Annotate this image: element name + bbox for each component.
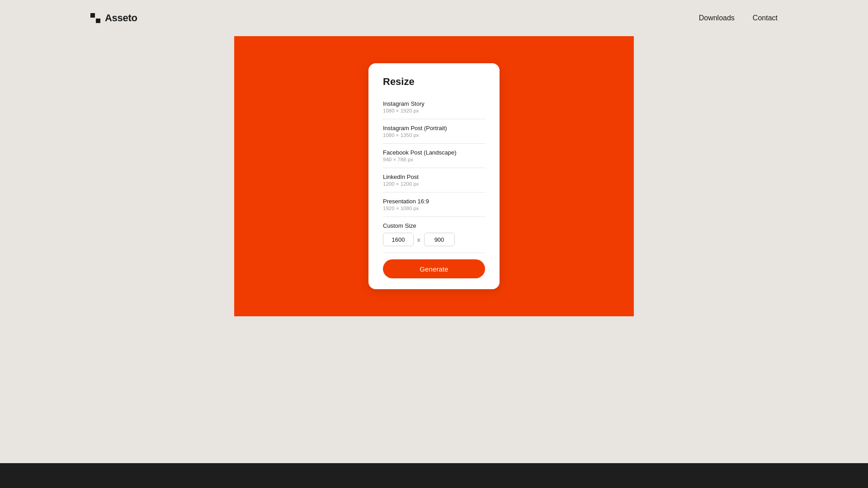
custom-size-section: Custom Size x — [383, 217, 485, 250]
option-dims-5: 868 × 488 px — [383, 206, 485, 211]
option-name-5: Presentation 16:9 — [383, 198, 485, 205]
logo-sq-4 — [96, 19, 100, 23]
logo-sq-1 — [90, 13, 95, 18]
nav: Downloads Contact — [699, 14, 778, 22]
resize-options-list: Instagram Story 488 × 868 px Instagram… — [383, 95, 485, 250]
option-name-4: LinkedIn Post — [383, 174, 485, 180]
custom-size-inputs: x — [383, 233, 485, 246]
option-instagram-portrait[interactable]: Instagram Post (Portrait) 1080 × 1350 px — [383, 119, 485, 144]
footer — [0, 463, 868, 488]
option-dims-4: 1200 × 1200 px — [383, 181, 485, 187]
option-linkedin-post[interactable]: LinkedIn Post 1200 × 1200 px — [383, 168, 485, 192]
custom-size-label: Custom Size — [383, 222, 485, 229]
custom-width-input[interactable] — [383, 233, 414, 246]
logo[interactable]: Asseto — [90, 12, 137, 24]
option-dims-1: 488 × 868 px — [383, 108, 485, 113]
option-name-2: Instagram Post (Portrait) — [383, 125, 485, 131]
logo-icon — [90, 13, 100, 23]
option-name-1: Instagram Story — [383, 100, 485, 107]
option-facebook-landscape[interactable]: Facebook Post (Landscape) 940 × 788 px — [383, 144, 485, 168]
generate-button[interactable]: Generate — [383, 259, 485, 278]
custom-height-input[interactable] — [424, 233, 455, 246]
card-title: Resize — [383, 76, 485, 88]
option-presentation[interactable]: Presentation 16:9 868 × 488 px — [383, 192, 485, 217]
option-dims-2: 1080 × 1350 px — [383, 132, 485, 138]
logo-text: Asseto — [105, 12, 137, 24]
option-instagram-story[interactable]: Instagram Story 488 × 868 px — [383, 95, 485, 119]
nav-contact[interactable]: Contact — [753, 14, 778, 22]
nav-downloads[interactable]: Downloads — [699, 14, 735, 22]
resize-card: Resize Instagram Story 488 × 868 px In… — [368, 63, 500, 289]
header: Asseto Downloads Contact — [0, 0, 868, 36]
option-dims-3: 940 × 788 px — [383, 157, 485, 162]
orange-banner: Resize Instagram Story 488 × 868 px In… — [234, 36, 634, 316]
divider — [383, 253, 485, 253]
logo-sq-2 — [96, 13, 100, 18]
option-name-3: Facebook Post (Landscape) — [383, 149, 485, 156]
content-section: Resize Instagram Story 488 × 868 px In… — [0, 36, 868, 316]
logo-sq-3 — [90, 19, 95, 23]
custom-size-separator: x — [417, 236, 420, 243]
